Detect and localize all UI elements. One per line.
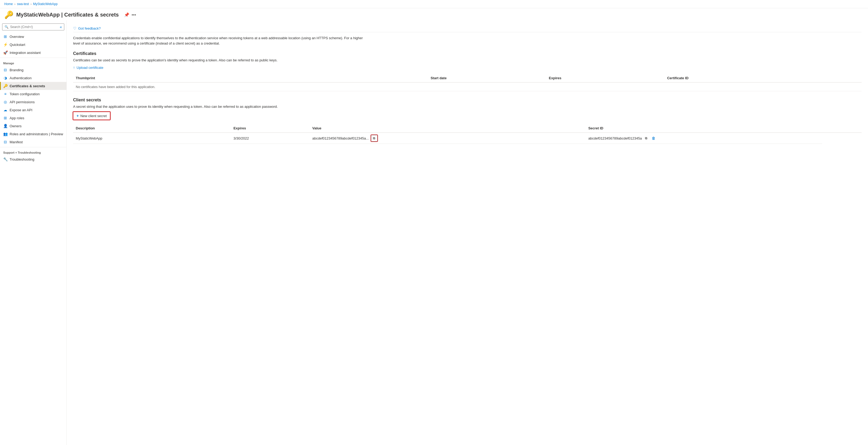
upload-label: Upload certificate [76,66,103,70]
delete-icon: 🗑 [652,136,655,140]
expose-icon: ☁ [3,108,7,112]
search-box[interactable]: 🔍 « [2,24,64,30]
sidebar-item-overview[interactable]: ⊞ Overview [0,33,66,40]
sidebar-item-authentication[interactable]: ◑ Authentication [0,74,66,82]
sidebar-item-label: Troubleshooting [9,157,34,161]
sidebar-item-quickstart[interactable]: ⚡ Quickstart [0,40,66,49]
sidebar-item-manifest[interactable]: ⊟ Manifest [0,138,66,146]
certificates-table-container: Thumbprint Start date Expires Certificat… [73,74,862,91]
col-expires: Expires [231,124,310,132]
sidebar-item-label: Authentication [9,76,31,80]
secret-description-cell: MyStaticWebApp [73,132,231,144]
overview-icon: ⊞ [3,34,7,39]
new-secret-label: New client secret [80,114,107,118]
sidebar-item-label: App roles [9,116,24,120]
sidebar-collapse-icon[interactable]: « [60,25,62,29]
sidebar-item-troubleshooting[interactable]: 🔧 Troubleshooting [0,155,66,163]
plus-icon: + [76,114,79,118]
client-secrets-table: Description Expires Value Secret ID MySt… [73,124,862,144]
sidebar-item-label: Manifest [9,140,23,144]
sidebar-item-label: API permissions [9,100,35,104]
certificates-empty-message: No certificates have been added for this… [73,83,862,91]
main-description: Credentials enable confidential applicat… [73,35,367,46]
sidebar-item-token[interactable]: ≡ Token configuration [0,90,66,98]
copy-id-icon: ⧉ [645,136,647,140]
quickstart-icon: ⚡ [3,42,7,47]
sidebar-item-label: Overview [9,35,24,39]
certificates-table: Thumbprint Start date Expires Certificat… [73,74,862,91]
breadcrumb: Home › swa-test › MyStaticWebApp [0,0,868,8]
trouble-icon: 🔧 [3,157,7,161]
sidebar-divider [0,58,66,58]
more-options-icon[interactable]: ••• [131,12,136,17]
branding-icon: ⊟ [3,68,7,72]
manage-section-label: Manage [0,59,66,66]
sidebar-item-label: Token configuration [9,92,40,96]
sidebar-item-label: Expose an API [9,108,32,112]
client-secrets-description: A secret string that the application use… [73,105,862,109]
owners-icon: 👤 [3,124,7,128]
breadcrumb-swa-test[interactable]: swa-test [17,2,29,6]
page-title: MyStaticWebApp | Certificates & secrets [16,12,119,18]
content-area: ♡ Got feedback? Credentials enable confi… [67,20,868,445]
page-header: 🔑 MyStaticWebApp | Certificates & secret… [0,8,868,20]
certificates-description: Certificates can be used as secrets to p… [73,58,862,62]
sidebar-item-certificates[interactable]: 🔑 Certificates & secrets [0,82,66,90]
sidebar-item-branding[interactable]: ⊟ Branding [0,66,66,74]
sidebar-item-integration[interactable]: 🚀 Integration assistant [0,49,66,57]
approles-icon: ⊞ [3,116,7,120]
main-layout: 🔍 « ⊞ Overview ⚡ Quickstart 🚀 Integratio… [0,20,868,445]
table-row: MyStaticWebApp 3/30/2022 abcdef012345678… [73,132,862,144]
cert-icon: 🔑 [3,84,7,88]
feedback-bar[interactable]: ♡ Got feedback? [73,25,862,32]
col-description: Description [73,124,231,132]
heart-icon: ♡ [73,26,76,30]
upload-icon: ↑ [73,65,75,70]
integration-icon: 🚀 [3,51,7,55]
client-secrets-title: Client secrets [73,98,862,102]
header-actions: 📌 ••• [124,12,136,17]
col-secret-id: Secret ID [586,124,822,132]
copy-secretid-button[interactable]: ⧉ [643,135,649,141]
col-start-date: Start date [428,74,546,83]
search-input[interactable] [10,25,58,29]
client-secrets-table-container: Description Expires Value Secret ID MySt… [73,124,862,144]
col-expires: Expires [546,74,664,83]
sidebar-item-label: Certificates & secrets [9,84,45,88]
sidebar-item-label: Quickstart [9,43,25,47]
upload-certificate-link[interactable]: ↑ Upload certificate [73,65,862,70]
sidebar: 🔍 « ⊞ Overview ⚡ Quickstart 🚀 Integratio… [0,20,67,445]
sidebar-item-label: Branding [9,68,24,72]
api-icon: ◎ [3,100,7,104]
roles-icon: 👥 [3,132,7,136]
sidebar-item-api[interactable]: ◎ API permissions [0,98,66,106]
sidebar-item-approles[interactable]: ⊞ App roles [0,114,66,122]
copy-value-button[interactable]: ⧉ [371,135,377,141]
col-cert-id: Certificate ID [664,74,862,83]
breadcrumb-app[interactable]: MyStaticWebApp [33,2,58,6]
secret-id-text: abcdef0123456789abcdef012345a [588,136,642,140]
sidebar-item-expose[interactable]: ☁ Expose an API [0,106,66,114]
support-section-label: Support + Troubleshooting [0,148,66,155]
manifest-icon: ⊟ [3,140,7,144]
sidebar-item-label: Owners [9,124,22,128]
secret-id-cell: abcdef0123456789abcdef012345a ⧉ 🗑 [586,132,822,144]
secret-value-cell: abcdef0123456789abcdef012345a... ⧉ [310,132,586,144]
sidebar-item-owners[interactable]: 👤 Owners [0,122,66,130]
sidebar-item-roles[interactable]: 👥 Roles and administrators | Preview [0,130,66,138]
col-value: Value [310,124,586,132]
certificates-title: Certificates [73,51,862,56]
breadcrumb-sep1: › [14,2,16,6]
sidebar-divider-2 [0,147,66,147]
new-client-secret-button[interactable]: + New client secret [73,112,110,120]
client-secrets-section: Client secrets A secret string that the … [73,98,862,144]
sidebar-item-label: Roles and administrators | Preview [9,132,63,136]
certificates-empty-row: No certificates have been added for this… [73,83,862,91]
breadcrumb-sep2: › [30,2,31,6]
delete-secret-button[interactable]: 🗑 [650,135,657,141]
breadcrumb-home[interactable]: Home [4,2,13,6]
search-icon: 🔍 [4,25,8,29]
key-icon: 🔑 [4,10,13,19]
copy-icon: ⧉ [373,136,375,140]
pin-icon[interactable]: 📌 [124,12,129,17]
